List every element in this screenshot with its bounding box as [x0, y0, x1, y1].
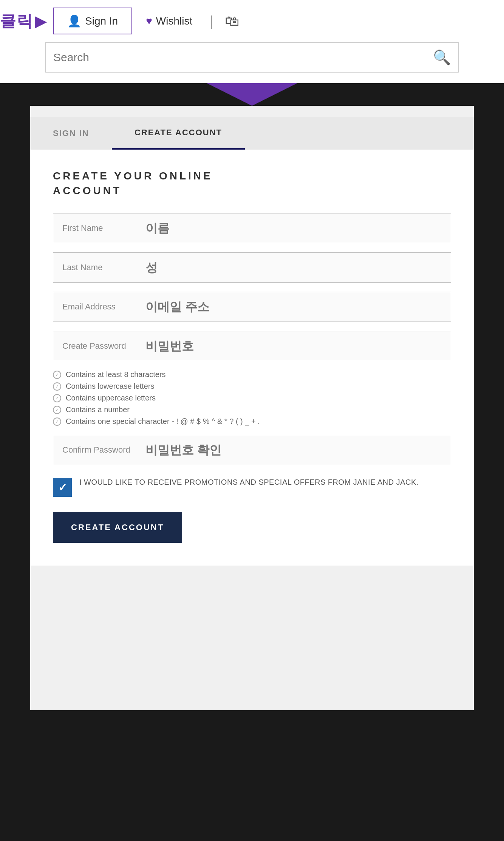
req-check-4	[53, 406, 61, 414]
click-arrow-icon: ▶	[35, 12, 47, 30]
heart-icon: ♥	[146, 15, 152, 27]
confirm-password-field: Confirm Password 비밀번호 확인	[53, 435, 451, 465]
confirm-password-input[interactable]	[145, 443, 442, 457]
tab-sign-in[interactable]: SIGN IN	[30, 117, 112, 150]
req-check-1	[53, 371, 61, 379]
req-label-2: Contains lowercase letters	[66, 382, 155, 391]
wishlist-button[interactable]: ♥ Wishlist	[132, 9, 206, 33]
confirm-password-label: Confirm Password	[62, 445, 145, 455]
create-account-button[interactable]: CREATE ACCOUNT	[53, 512, 182, 543]
cart-icon: 🛍	[225, 13, 239, 29]
tabs-container: SIGN IN CREATE ACCOUNT	[30, 117, 474, 150]
req-check-5	[53, 417, 61, 426]
sign-in-label: Sign In	[85, 15, 118, 27]
cart-button[interactable]: 🛍	[217, 7, 247, 35]
req-label-4: Contains a number	[66, 405, 130, 414]
click-korean-text: 클릭	[0, 11, 33, 32]
search-input[interactable]	[53, 51, 433, 64]
promotions-label: I WOULD LIKE TO RECEIVE PROMOTIONS AND S…	[79, 476, 419, 488]
last-name-field: Last Name 성	[53, 252, 451, 283]
create-account-button-label: CREATE ACCOUNT	[71, 523, 164, 532]
form-title: CREATE YOUR ONLINE ACCOUNT	[53, 169, 451, 198]
req-item-3: Contains uppercase letters	[53, 394, 451, 402]
promotions-checkbox-row: ✓ I WOULD LIKE TO RECEIVE PROMOTIONS AND…	[53, 476, 451, 497]
password-requirements: Contains at least 8 characters Contains …	[53, 370, 451, 426]
req-label-1: Contains at least 8 characters	[66, 370, 166, 379]
req-item-2: Contains lowercase letters	[53, 382, 451, 391]
req-label-3: Contains uppercase letters	[66, 394, 156, 402]
req-item-4: Contains a number	[53, 405, 451, 414]
last-name-input[interactable]	[145, 261, 442, 275]
nav-items: 👤 Sign In ♥ Wishlist | 🛍	[53, 7, 247, 35]
promotions-checkbox[interactable]: ✓	[53, 478, 72, 497]
nav-divider: |	[206, 13, 217, 29]
email-input[interactable]	[145, 300, 442, 314]
req-check-2	[53, 382, 61, 391]
search-bar: 🔍	[45, 42, 459, 73]
password-field: Create Password 비밀번호	[53, 331, 451, 361]
email-label: Email Address	[62, 302, 145, 312]
search-bar-container: 🔍	[0, 42, 504, 83]
password-input[interactable]	[145, 339, 442, 353]
last-name-label: Last Name	[62, 263, 145, 272]
first-name-field: First Name 이름	[53, 213, 451, 243]
req-item-1: Contains at least 8 characters	[53, 370, 451, 379]
sign-in-button[interactable]: 👤 Sign In	[53, 8, 132, 34]
checkmark-icon: ✓	[58, 481, 67, 494]
first-name-label: First Name	[62, 223, 145, 233]
wishlist-label: Wishlist	[156, 15, 192, 27]
main-content: SIGN IN CREATE ACCOUNT CREATE YOUR ONLIN…	[30, 106, 474, 710]
tab-create-account[interactable]: CREATE ACCOUNT	[112, 117, 245, 150]
click-label: 클릭 ▶	[0, 11, 47, 32]
req-item-5: Contains one special character - ! @ # $…	[53, 417, 451, 426]
user-icon: 👤	[67, 14, 81, 28]
email-field: Email Address 이메일 주소	[53, 292, 451, 322]
top-bar: 클릭 ▶ 👤 Sign In ♥ Wishlist | 🛍	[0, 0, 504, 42]
req-label-5: Contains one special character - ! @ # $…	[66, 417, 260, 426]
dropdown-arrow-container	[0, 83, 504, 106]
first-name-input[interactable]	[145, 221, 442, 235]
form-container: CREATE YOUR ONLINE ACCOUNT First Name 이름…	[30, 150, 474, 566]
req-check-3	[53, 394, 61, 402]
password-label: Create Password	[62, 341, 145, 351]
search-icon[interactable]: 🔍	[433, 49, 451, 66]
dropdown-arrow	[207, 83, 297, 106]
